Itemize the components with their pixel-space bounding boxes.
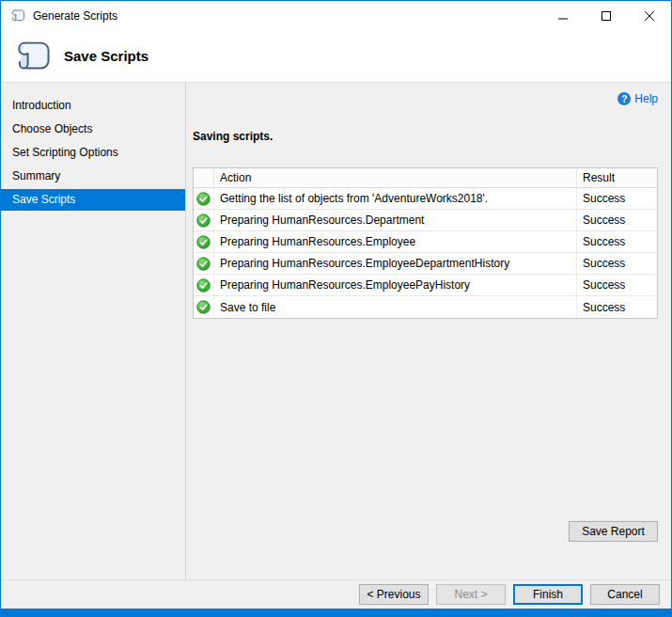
sidebar-item-set-scripting-options[interactable]: Set Scripting Options	[1, 141, 185, 165]
green-check-icon	[196, 214, 211, 228]
status-column-header	[194, 168, 214, 187]
script-scroll-icon	[10, 8, 25, 23]
sidebar-item-introduction[interactable]: Introduction	[1, 94, 185, 118]
cancel-button[interactable]: Cancel	[590, 584, 660, 605]
row-result: Success	[577, 253, 657, 274]
row-action: Preparing HumanResources.EmployeeDepartm…	[214, 253, 577, 274]
row-action: Getting the list of objects from 'Advent…	[214, 188, 577, 209]
row-status-cell	[194, 296, 214, 318]
table-row: Preparing HumanResources.EmployeeDepartm…	[194, 253, 657, 275]
sidebar-item-save-scripts[interactable]: Save Scripts	[1, 189, 185, 211]
wizard-main: Introduction Choose Objects Set Scriptin…	[1, 83, 671, 579]
row-result: Success	[577, 275, 657, 295]
row-status-cell	[194, 188, 214, 209]
row-status-cell	[194, 253, 214, 274]
progress-table: Action Result Getting the list of object…	[193, 167, 658, 319]
help-question-icon: ?	[617, 92, 631, 105]
row-status-cell	[194, 231, 214, 252]
table-row: Preparing HumanResources.Employee Succes…	[194, 231, 657, 253]
result-column-header: Result	[577, 168, 657, 187]
title-bar: Generate Scripts	[1, 1, 671, 30]
finish-button[interactable]: Finish	[513, 584, 583, 605]
row-result: Success	[577, 188, 657, 209]
minimize-button[interactable]	[541, 1, 585, 30]
close-icon	[645, 11, 654, 21]
green-check-icon	[196, 192, 211, 206]
green-check-icon	[196, 257, 211, 271]
row-result: Success	[577, 210, 657, 230]
table-header-row: Action Result	[194, 168, 657, 188]
green-check-icon	[196, 300, 211, 314]
sidebar-item-choose-objects[interactable]: Choose Objects	[1, 118, 185, 141]
generate-scripts-window: Generate Scripts Save Scripts Introducti…	[0, 0, 672, 617]
table-row: Save to file Success	[194, 296, 657, 318]
window-title: Generate Scripts	[33, 9, 541, 23]
page-title: Save Scripts	[64, 48, 148, 64]
row-status-cell	[194, 275, 214, 295]
row-action: Preparing HumanResources.EmployeePayHist…	[214, 275, 577, 295]
row-status-cell	[194, 210, 214, 230]
help-link[interactable]: ? Help	[617, 92, 658, 105]
maximize-button[interactable]	[585, 1, 628, 30]
green-check-icon	[196, 278, 211, 293]
status-heading: Saving scripts.	[193, 130, 658, 143]
wizard-footer: < Previous Next > Finish Cancel	[1, 579, 671, 609]
script-scroll-icon	[14, 39, 52, 73]
row-result: Success	[577, 231, 657, 252]
row-result: Success	[577, 296, 657, 318]
table-row: Getting the list of objects from 'Advent…	[194, 188, 657, 210]
save-report-button[interactable]: Save Report	[569, 521, 658, 542]
table-row: Preparing HumanResources.Department Succ…	[194, 210, 657, 231]
next-button[interactable]: Next >	[436, 584, 506, 605]
page-content: ? Help Saving scripts. Action Result Get…	[186, 83, 671, 579]
help-label: Help	[634, 92, 658, 105]
minimize-icon	[558, 11, 568, 21]
maximize-icon	[602, 11, 611, 21]
action-column-header: Action	[214, 168, 577, 187]
help-row: ? Help	[193, 92, 658, 105]
wizard-header: Save Scripts	[1, 30, 671, 83]
sidebar-item-summary[interactable]: Summary	[1, 165, 185, 188]
row-action: Save to file	[214, 296, 577, 318]
close-button[interactable]	[628, 1, 671, 30]
table-row: Preparing HumanResources.EmployeePayHist…	[194, 275, 657, 296]
window-accent-strip	[1, 609, 671, 616]
row-action: Preparing HumanResources.Department	[214, 210, 577, 230]
previous-button[interactable]: < Previous	[359, 584, 429, 605]
green-check-icon	[196, 235, 211, 249]
wizard-step-nav: Introduction Choose Objects Set Scriptin…	[1, 83, 186, 579]
row-action: Preparing HumanResources.Employee	[214, 231, 577, 252]
